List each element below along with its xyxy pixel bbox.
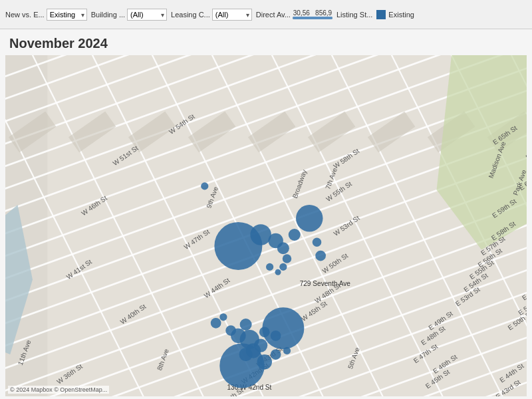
- map-container[interactable]: W 54th St W 51st St W 46th St W 47th St …: [5, 55, 527, 396]
- map-copyright: © 2024 Mapbox © OpenStreetMap...: [8, 386, 109, 394]
- map-background: W 54th St W 51st St W 46th St W 47th St …: [5, 55, 527, 396]
- chart-title: November 2024: [0, 29, 532, 55]
- toolbar: New vs. E... Existing Building ... (All)…: [0, 0, 532, 29]
- range-min: 30,56: [293, 9, 310, 17]
- direct-range-display: 30,56 856,9: [293, 9, 332, 17]
- content-area: November 2024: [0, 29, 532, 399]
- building-select-wrapper[interactable]: (All): [127, 9, 167, 21]
- listing-status-filter: Listing St...: [336, 11, 372, 19]
- existing-select[interactable]: Existing: [47, 9, 87, 21]
- leasing-filter: Leasing C... (All): [171, 9, 252, 21]
- building-label: Building ...: [91, 11, 125, 19]
- slider-track[interactable]: [293, 17, 332, 19]
- legend-existing: Existing: [376, 10, 414, 19]
- range-max: 856,9: [315, 9, 332, 17]
- slider-handle: [293, 17, 332, 19]
- existing-select-wrapper[interactable]: Existing: [47, 9, 87, 21]
- leasing-select[interactable]: (All): [212, 9, 252, 21]
- poi-label-729: 729 Seventh Ave: [300, 280, 351, 287]
- poi-label-130: 130 W 42nd St: [227, 384, 272, 391]
- existing-color-box: [376, 10, 386, 19]
- building-filter: Building ... (All): [91, 9, 167, 21]
- direct-label: Direct Av...: [256, 11, 291, 19]
- new-vs-existing-filter: New vs. E... Existing: [5, 9, 87, 21]
- leasing-select-wrapper[interactable]: (All): [212, 9, 252, 21]
- building-select[interactable]: (All): [127, 9, 167, 21]
- listing-status-label: Listing St...: [336, 11, 372, 19]
- direct-slider[interactable]: 30,56 856,9: [293, 9, 332, 19]
- legend-existing-text: Existing: [388, 11, 414, 19]
- leasing-label: Leasing C...: [171, 11, 210, 19]
- new-vs-existing-label: New vs. E...: [5, 11, 45, 19]
- direct-filter: Direct Av... 30,56 856,9: [256, 9, 332, 19]
